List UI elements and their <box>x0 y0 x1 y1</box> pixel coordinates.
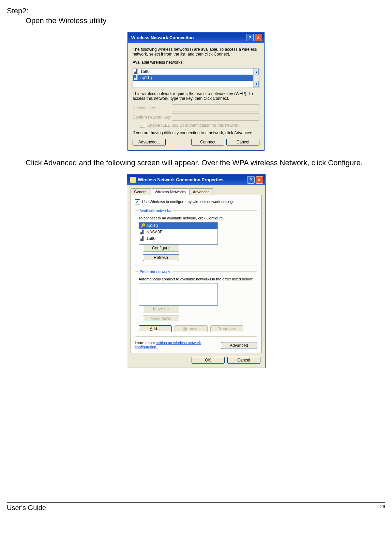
group-label: Available networks: <box>139 209 173 213</box>
available-networks-group: Available networks: To connect to an ava… <box>135 209 257 265</box>
list-item-label: ap11g <box>140 75 152 80</box>
list-item-label: 1590 <box>140 69 150 74</box>
network-icon: ▟ <box>134 69 138 74</box>
learn-prefix: Learn about <box>135 341 156 345</box>
learn-text: Learn about setting up wireless network … <box>135 341 221 349</box>
mid-paragraph: Click Advanced and the following screen … <box>26 158 378 168</box>
footer-guide-label: User's Guide <box>7 504 46 512</box>
wireless-properties-dialog: Wireless Network Connection Properties ?… <box>127 174 266 368</box>
checkbox-icon[interactable]: ✓ <box>135 199 140 204</box>
enable-8021x-row: ✓ Enable IEEE 802.1x authentication for … <box>140 123 259 128</box>
tab-advanced[interactable]: Advanced <box>189 188 213 195</box>
cancel-button[interactable]: Cancel <box>227 357 260 364</box>
tab-bar: General Wireless Networks Advanced <box>131 188 262 195</box>
network-icon: ▟ <box>140 236 145 241</box>
group-label: Preferred networks: <box>139 270 174 274</box>
list-item[interactable]: ▟ 1590 <box>133 68 259 75</box>
close-icon[interactable]: × <box>256 176 263 184</box>
window-title: Wireless Network Connection <box>131 35 194 40</box>
advanced-button[interactable]: Advanced <box>221 342 257 349</box>
page-number: 29 <box>380 504 385 512</box>
wep-text: This wireless network requires the use o… <box>133 91 259 101</box>
list-item-label: ap11g <box>147 223 158 228</box>
window-icon <box>130 177 136 183</box>
scrollbar[interactable]: ▴ ▾ <box>253 68 259 88</box>
difficulty-text: If you are having difficulty connecting … <box>133 130 259 135</box>
refresh-button[interactable]: Refresh <box>143 254 179 261</box>
connect-button[interactable]: Connect <box>191 139 224 145</box>
tab-content: ✓ Use Windows to configure my wireless n… <box>131 195 262 353</box>
window-title: Wireless Network Connection Properties <box>138 177 224 182</box>
available-networks-list[interactable]: ▟ 1590 ▟ ap11g ▴ ▾ <box>133 68 259 88</box>
titlebar: Wireless Network Connection Properties ?… <box>127 174 265 185</box>
use-windows-label: Use Windows to configure my wireless net… <box>142 200 235 204</box>
move-down-button: Move down <box>143 315 179 322</box>
intro-text: The following wireless network(s) are av… <box>133 47 259 57</box>
list-item[interactable]: ▟ 1590 <box>139 235 217 242</box>
advanced-button[interactable]: Advanced... <box>133 139 166 145</box>
close-icon[interactable]: × <box>255 34 262 41</box>
network-icon: ▟ <box>134 75 138 80</box>
confirm-key-label: Confirm network key: <box>133 115 172 120</box>
secure-network-icon: 🔑 <box>140 223 145 228</box>
available-instruction: To connect to an available network, clic… <box>139 216 254 220</box>
configure-button[interactable]: Configure <box>143 245 179 251</box>
list-item-label: 1590 <box>147 236 156 241</box>
remove-button: Remove <box>175 325 208 332</box>
available-label: Available wireless networks: <box>133 60 259 65</box>
scroll-up-icon[interactable]: ▴ <box>254 69 259 75</box>
help-icon[interactable]: ? <box>247 176 255 184</box>
step-instruction: Open the Wireless utility <box>26 16 385 26</box>
available-networks-list[interactable]: 🔑 ap11g ▟ NASA3F ▟ 1590 <box>139 222 218 245</box>
cancel-button[interactable]: Cancel <box>226 139 259 145</box>
titlebar: Wireless Network Connection ? × <box>128 32 264 43</box>
wireless-connection-dialog: Wireless Network Connection ? × The foll… <box>127 32 265 151</box>
properties-button: Properties <box>210 325 243 332</box>
move-up-button: Move up <box>143 306 179 312</box>
ok-button[interactable]: OK <box>192 357 225 364</box>
network-key-label: Network key: <box>133 106 172 110</box>
list-item[interactable]: 🔑 ap11g <box>139 222 217 229</box>
list-item[interactable]: ▟ ap11g <box>133 75 259 81</box>
checkbox-icon: ✓ <box>140 123 145 128</box>
list-item[interactable]: ▟ NASA3F <box>139 229 217 235</box>
use-windows-row[interactable]: ✓ Use Windows to configure my wireless n… <box>135 199 257 204</box>
scroll-down-icon[interactable]: ▾ <box>254 81 259 87</box>
confirm-key-field <box>172 113 259 121</box>
network-icon: ▟ <box>140 230 145 234</box>
page-footer: User's Guide 29 <box>7 502 385 512</box>
list-item-label: NASA3F <box>147 230 163 234</box>
preferred-networks-list[interactable] <box>139 283 218 306</box>
tab-general[interactable]: General <box>131 188 151 195</box>
step-label: Step2: <box>7 6 385 16</box>
help-icon[interactable]: ? <box>246 34 254 41</box>
preferred-instruction: Automatically connect to available netwo… <box>139 277 254 281</box>
tab-wireless-networks[interactable]: Wireless Networks <box>151 188 190 195</box>
enable-8021x-label: Enable IEEE 802.1x authentication for th… <box>147 123 239 128</box>
preferred-networks-group: Preferred networks: Automatically connec… <box>135 270 257 337</box>
network-key-field <box>172 104 259 111</box>
add-button[interactable]: Add... <box>139 325 172 332</box>
